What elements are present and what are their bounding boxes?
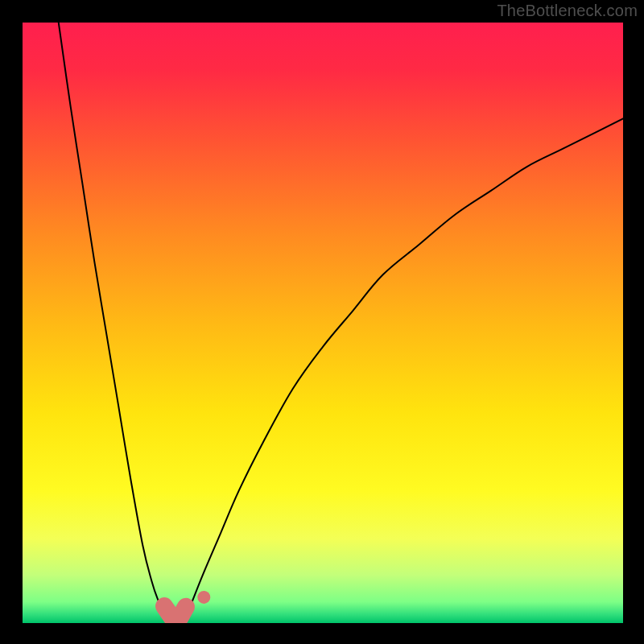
- plot-area: [23, 23, 623, 623]
- marker-dot: [197, 591, 210, 604]
- gradient-background: [23, 23, 623, 623]
- watermark-text: TheBottleneck.com: [497, 2, 638, 20]
- chart-svg: [23, 23, 623, 623]
- chart-frame: TheBottleneck.com: [0, 0, 644, 644]
- marker-u-shape: [164, 606, 186, 617]
